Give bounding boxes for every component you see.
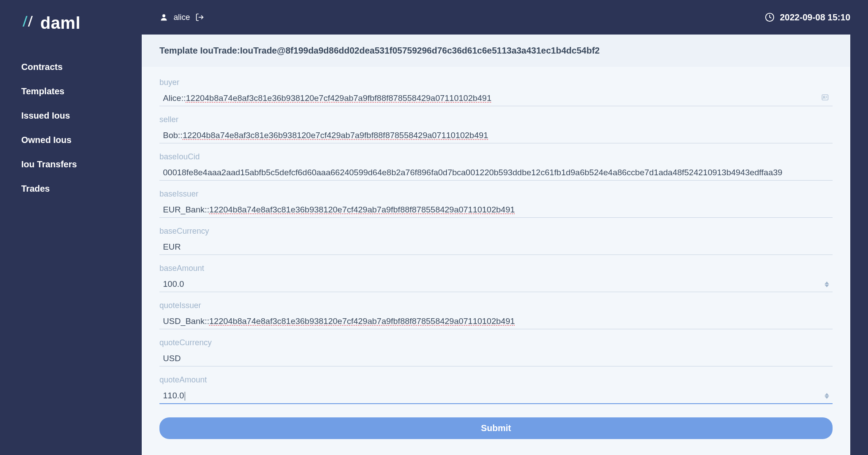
text-caret [185,392,185,401]
nav-item-templates[interactable]: Templates [0,79,142,104]
field-label-baseioucid: baseIouCid [159,152,833,162]
field-basecurrency: baseCurrency EUR [159,227,833,255]
nav: Contracts Templates Issued Ious Owned Io… [0,46,142,201]
field-buyer: buyer Alice::12204b8a74e8af3c81e36b93812… [159,78,833,106]
field-input-quoteissuer[interactable]: USD_Bank::12204b8a74e8af3c81e36b938120e7… [159,314,833,329]
quoteissuer-hash: 12204b8a74e8af3c81e36b938120e7cf429ab7a9… [209,316,515,326]
field-label-quotecurrency: quoteCurrency [159,338,833,347]
field-label-quoteamount: quoteAmount [159,375,833,385]
datetime: 2022-09-08 15:10 [780,12,850,23]
main: alice 2022-09-08 15:10 [142,0,868,455]
field-quoteissuer: quoteIssuer USD_Bank::12204b8a74e8af3c81… [159,301,833,329]
topbar: alice 2022-09-08 15:10 [142,0,868,35]
number-stepper-icon[interactable] [825,281,829,287]
template-header: Template IouTrade:IouTrade@8f199da9d86dd… [142,35,850,67]
field-input-baseamount[interactable]: 100.0 [159,277,833,292]
field-input-baseissuer[interactable]: EUR_Bank::12204b8a74e8af3c81e36b938120e7… [159,202,833,218]
field-label-buyer: buyer [159,78,833,87]
field-baseissuer: baseIssuer EUR_Bank::12204b8a74e8af3c81e… [159,189,833,218]
nav-item-trades[interactable]: Trades [0,177,142,201]
user-label: alice [174,13,190,22]
submit-button[interactable]: Submit [159,417,833,439]
field-input-baseioucid[interactable]: 00018fe8e4aaa2aad15abfb5c5defcf6d60aaa66… [159,165,833,181]
svg-point-4 [823,96,825,97]
logo: daml [0,13,142,46]
field-quotecurrency: quoteCurrency USD [159,338,833,366]
form: buyer Alice::12204b8a74e8af3c81e36b93812… [142,67,850,450]
logout-icon[interactable] [195,13,204,22]
logo-icon [20,13,36,33]
basecurrency-value: EUR [163,242,829,252]
quoteissuer-prefix: USD_Bank:: [163,316,209,326]
field-quoteamount: quoteAmount 110.0 [159,375,833,404]
baseissuer-prefix: EUR_Bank:: [163,205,209,214]
field-baseioucid: baseIouCid 00018fe8e4aaa2aad15abfb5c5def… [159,152,833,181]
contact-picker-icon[interactable] [821,93,829,103]
clock-icon [765,12,775,22]
field-label-basecurrency: baseCurrency [159,227,833,236]
quotecurrency-value: USD [163,354,829,363]
field-input-basecurrency[interactable]: EUR [159,239,833,255]
seller-hash: 12204b8a74e8af3c81e36b938120e7cf429ab7a9… [182,131,488,140]
nav-item-contracts[interactable]: Contracts [0,55,142,79]
baseamount-value: 100.0 [163,279,825,289]
logo-text: daml [40,14,81,33]
number-stepper-icon[interactable] [825,393,829,399]
baseioucid-value: 00018fe8e4aaa2aad15abfb5c5defcf6d60aaa66… [163,168,829,177]
buyer-prefix: Alice:: [163,93,186,103]
nav-item-owned-ious[interactable]: Owned Ious [0,128,142,152]
svg-point-0 [163,14,166,17]
field-seller: seller Bob::12204b8a74e8af3c81e36b938120… [159,115,833,143]
content: Template IouTrade:IouTrade@8f199da9d86dd… [142,35,850,455]
field-label-baseissuer: baseIssuer [159,189,833,199]
field-label-seller: seller [159,115,833,124]
field-input-buyer[interactable]: Alice::12204b8a74e8af3c81e36b938120e7cf4… [159,91,833,106]
baseissuer-hash: 12204b8a74e8af3c81e36b938120e7cf429ab7a9… [209,205,515,214]
nav-item-issued-ious[interactable]: Issued Ious [0,104,142,128]
user-icon [159,13,168,22]
sidebar: daml Contracts Templates Issued Ious Own… [0,0,142,455]
field-baseamount: baseAmount 100.0 [159,264,833,292]
field-label-quoteissuer: quoteIssuer [159,301,833,310]
nav-item-iou-transfers[interactable]: Iou Transfers [0,152,142,177]
quoteamount-value: 110.0 [163,391,184,400]
buyer-hash: 12204b8a74e8af3c81e36b938120e7cf429ab7a9… [186,93,492,103]
field-input-quoteamount[interactable]: 110.0 [159,388,833,404]
seller-prefix: Bob:: [163,131,182,140]
field-input-seller[interactable]: Bob::12204b8a74e8af3c81e36b938120e7cf429… [159,128,833,143]
svg-rect-3 [822,95,828,100]
field-label-baseamount: baseAmount [159,264,833,273]
field-input-quotecurrency[interactable]: USD [159,351,833,366]
